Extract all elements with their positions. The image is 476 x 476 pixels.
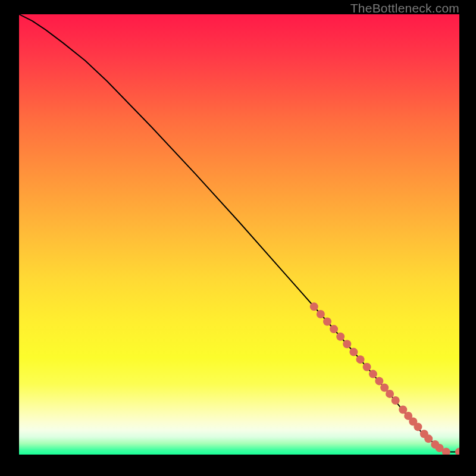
data-marker	[414, 422, 422, 431]
chart-stage: TheBottleneck.com	[0, 0, 476, 476]
plot-area	[19, 14, 459, 455]
data-marker	[330, 325, 338, 333]
data-marker	[336, 333, 345, 341]
data-marker	[310, 302, 318, 311]
data-marker	[455, 448, 459, 455]
data-marker	[424, 434, 433, 443]
data-marker	[343, 340, 351, 348]
data-marker	[369, 370, 377, 378]
data-marker	[356, 355, 365, 364]
data-marker	[375, 377, 383, 385]
data-marker	[317, 310, 325, 318]
marker-group	[310, 302, 459, 455]
data-marker	[349, 348, 358, 356]
watermark-label: TheBottleneck.com	[350, 1, 459, 15]
data-marker	[392, 396, 400, 405]
chart-overlay-svg	[19, 14, 459, 455]
data-marker	[363, 363, 371, 371]
data-marker	[323, 318, 331, 326]
curve-line	[19, 14, 459, 452]
data-marker	[386, 390, 394, 398]
